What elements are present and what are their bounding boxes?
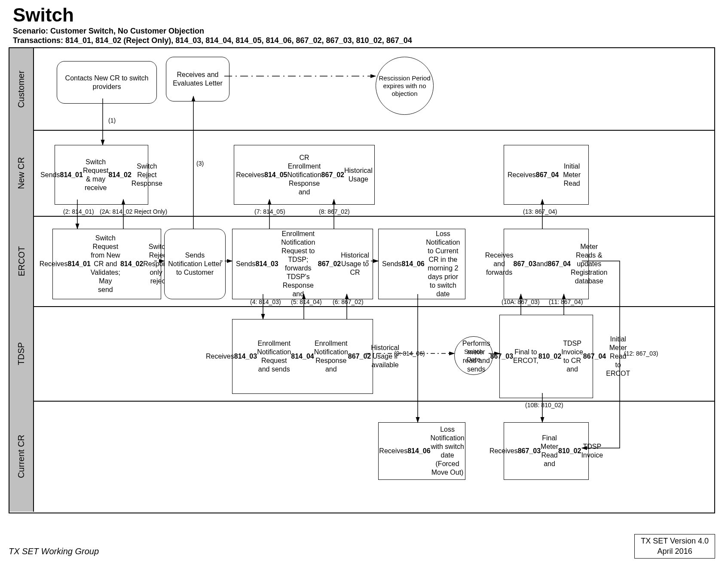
edge-8: (8: 867_02) [319,208,350,215]
footer-date: April 2016 [641,547,709,556]
lane-label: Customer [16,71,26,108]
transactions-line: Transactions: 814_01, 814_02 (Reject Onl… [13,36,412,45]
edge-9: (9: 814_06) [394,350,425,357]
node-newcr-send: Sends 814_01 Switch Request & may receiv… [55,145,148,205]
node-tdsp-perform: Performs meter read and sends 867_03 Fin… [499,315,593,398]
node-tdsp-recv: Receives 814_03 Enrollment Notification … [232,319,373,394]
edge-2a: (2A: 814_02 Reject Only) [100,208,167,215]
edge-13: (13: 867_04) [523,208,557,215]
lane-label-cell: New CR [9,130,34,216]
edge-2: (2: 814_01) [63,208,94,215]
node-cust-rescission: Rescission Period expires with no object… [376,57,434,115]
scenario-line: Scenario: Customer Switch, No Customer O… [13,27,204,36]
node-newcr-recv-meter: Receives 867_04 Initial Meter Read [504,145,589,205]
node-ercot-sendletter: Sends Notification Letter to Customer [164,229,226,299]
lane-label: Current CR [16,434,26,478]
footer-version: TX SET Version 4.0 [641,536,709,546]
edge-4: (4: 814_03) [250,298,281,305]
lane-label-cell: Current CR [9,401,34,512]
node-ercot-send06: Sends 814_06 Loss Notification to Curren… [378,229,465,299]
lane-label: New CR [16,157,26,189]
swimlane-diagram: Customer New CR ERCOT TDSP Current CR Co… [9,47,715,513]
edge-1: (1) [108,117,116,124]
page-title: Switch [13,4,74,26]
lane-label-cell: ERCOT [9,216,34,306]
node-ccr-recv03: Receives 867_03 Final Meter Read and 810… [504,422,589,480]
footer-box: TX SET Version 4.0 April 2016 [634,534,715,559]
footer-left: TX SET Working Group [9,547,99,556]
edge-5: (5: 814_04) [291,298,322,305]
node-ercot-recv: Receives 814_01 Switch Request from New … [52,229,161,299]
node-ercot-send03: Sends 814_03 Enrollment Notification Req… [232,229,373,299]
lane-label-cell: TDSP [9,306,34,401]
lane-label: TDSP [16,342,26,365]
node-ccr-recv06: Receives 814_06 Loss Notification with s… [378,422,465,480]
lane-label-cell: Customer [9,48,34,130]
edge-11: (11: 867_04) [549,298,583,305]
page: Switch Scenario: Customer Switch, No Cus… [0,0,728,565]
edge-7: (7: 814_05) [254,208,285,215]
node-cust-receives: Receives and Evaluates Letter [166,57,229,101]
edge-6: (6: 867_02) [333,298,364,305]
edge-10b: (10B: 810_02) [525,402,563,408]
lane-currentcr: Current CR [9,401,714,512]
node-ercot-recvfwd: Receives and forwards 867_03 and 867_04 … [504,229,589,299]
edge-3: (3) [196,160,204,167]
node-newcr-recv-enroll: Receives 814_05 CR Enrollment Notificati… [234,145,375,205]
node-cust-contact: Contacts New CR to switch providers [57,61,157,104]
edge-12: (12: 867_03) [624,350,658,357]
edge-10a: (10A: 867_03) [502,298,540,305]
lane-label: ERCOT [16,246,26,276]
